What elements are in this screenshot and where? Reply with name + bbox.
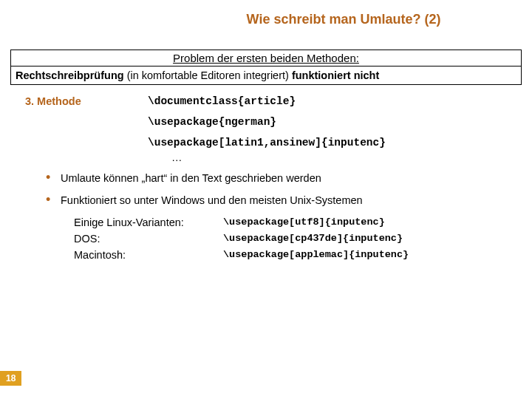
os-label-linux: Einige Linux-Varianten: [74,216,223,228]
os-row-linux: Einige Linux-Varianten: \usepackage[utf8… [74,216,532,228]
code-ellipsis: … [171,151,532,163]
problem-plain: (in komfortable Editoren integriert) [124,69,292,81]
bullet-2: Funktioniert so unter Windows und den me… [46,194,532,206]
problem-bold-1: Rechtschreibprüfung [16,69,124,81]
problem-bold-2: funktioniert nicht [292,69,379,81]
code-line-1: \documentclass{article} [148,95,532,107]
os-code-linux: \usepackage[utf8]{inputenc} [223,216,385,228]
os-row-mac: Macintosh: \usepackage[applemac]{inputen… [74,249,532,261]
problem-body: Rechtschreibprüfung (in komfortable Edit… [11,66,521,84]
bullet-list: Umlaute können „hart“ in den Text geschr… [46,172,532,206]
os-code-mac: \usepackage[applemac]{inputenc} [223,249,409,261]
page-number: 18 [0,371,21,386]
code-line-3: \usepackage[latin1,ansinew]{inputenc} [148,137,532,149]
code-column: \documentclass{article} \usepackage{nger… [148,95,532,163]
code-line-2: \usepackage{ngerman} [148,116,532,128]
method-label: 3. Methode [0,95,148,163]
problem-box: Problem der ersten beiden Methoden: Rech… [10,50,522,85]
bullet-1: Umlaute können „hart“ in den Text geschr… [46,172,532,184]
os-code-dos: \usepackage[cp437de]{inputenc} [223,233,403,245]
problem-heading: Problem der ersten beiden Methoden: [11,50,521,66]
os-block: Einige Linux-Varianten: \usepackage[utf8… [74,216,532,261]
os-label-dos: DOS: [74,233,223,245]
os-row-dos: DOS: \usepackage[cp437de]{inputenc} [74,233,532,245]
os-label-mac: Macintosh: [74,249,223,261]
method-row: 3. Methode \documentclass{article} \usep… [0,95,532,163]
slide-title: Wie schreibt man Umlaute? (2) [155,12,532,27]
